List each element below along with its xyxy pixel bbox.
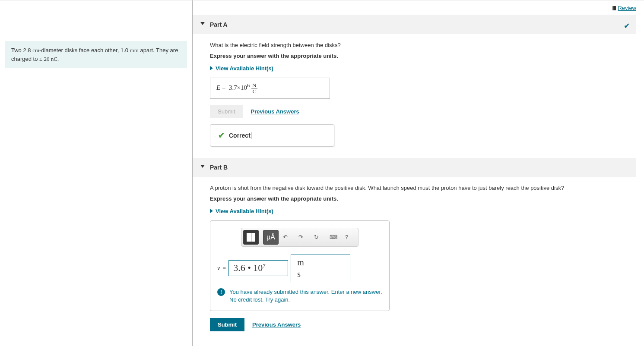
part-a-question: What is the electric field strength betw… [210, 42, 630, 48]
check-icon: ✔ [218, 131, 225, 140]
templates-icon [247, 233, 255, 242]
unit-numerator: m [295, 258, 306, 268]
unit-input[interactable]: m s [291, 255, 350, 282]
caret-right-icon [210, 66, 213, 70]
answer-input-widget: μÅ ↶ ↷ ↻ ⌨ ? v = 3.6 • 107 [210, 220, 390, 311]
warning-line-2: No credit lost. Try again. [229, 296, 382, 304]
answer-input-row: v = 3.6 • 107 m s [217, 255, 382, 282]
part-a-body: What is the electric field strength betw… [193, 34, 636, 154]
equals: = [222, 265, 226, 272]
caret-down-icon [200, 22, 205, 25]
part-a-answer-display: E = 3.7×106 NC [210, 78, 330, 99]
answer-exponent: 6 [247, 82, 250, 88]
value-base: 3.6 • 10 [233, 263, 263, 274]
unit-numerator: N [251, 82, 257, 88]
warning-line-1: You have already submitted this answer. … [229, 288, 382, 296]
part-b-header[interactable]: Part B [193, 158, 636, 177]
undo-button[interactable]: ↶ [283, 234, 294, 240]
review-label: Review [618, 5, 636, 11]
answer-variable: E [216, 84, 220, 91]
problem-statement: Two 2.8 cm-diameter disks face each othe… [5, 41, 187, 68]
charge-unit: nC [51, 56, 57, 62]
previous-answers-link[interactable]: Previous Answers [251, 108, 299, 115]
review-link[interactable]: Review [610, 5, 636, 11]
keyboard-button[interactable]: ⌨ [330, 234, 341, 240]
unit-denominator: C [251, 88, 257, 94]
problem-text: Two 2.8 [11, 47, 32, 53]
submit-button[interactable]: Submit [210, 318, 244, 331]
units-label: μÅ [266, 233, 275, 241]
part-a-header[interactable]: Part A ✔ [193, 15, 636, 34]
review-bar: Review [193, 0, 636, 12]
hints-label: View Available Hint(s) [216, 208, 273, 214]
answer-unit-fraction: NC [251, 82, 257, 94]
previous-answers-link[interactable]: Previous Answers [252, 321, 301, 328]
hints-toggle[interactable]: View Available Hint(s) [210, 65, 273, 72]
period: . [57, 56, 59, 62]
caret-right-icon [210, 209, 213, 213]
part-a-title: Part A [210, 21, 228, 28]
submit-button: Submit [210, 105, 243, 118]
warning-text: You have already submitted this answer. … [229, 288, 382, 304]
unit-denominator: s [295, 268, 306, 279]
part-b-question: A proton is shot from the negative disk … [210, 185, 630, 191]
feedback-warning: ! You have already submitted this answer… [217, 288, 382, 304]
check-icon: ✔ [624, 21, 630, 31]
charge-value: 20 [42, 56, 51, 62]
unit-fraction: m s [295, 258, 306, 279]
hints-label: View Available Hint(s) [216, 65, 273, 72]
redo-button[interactable]: ↷ [298, 234, 310, 240]
hints-toggle[interactable]: View Available Hint(s) [210, 208, 273, 214]
templates-button[interactable] [243, 230, 259, 245]
value-exponent: 7 [263, 262, 266, 269]
problem-pane: Two 2.8 cm-diameter disks face each othe… [0, 0, 193, 346]
equation-toolbar: μÅ ↶ ↷ ↻ ⌨ ? [241, 228, 358, 247]
feedback-text: Correct [229, 132, 251, 139]
unit-mm: mm [130, 47, 139, 53]
help-button[interactable]: ? [345, 234, 356, 240]
feedback-correct: ✔ Correct [210, 124, 334, 147]
part-a-instruction: Express your answer with the appropriate… [210, 53, 630, 59]
value-input[interactable]: 3.6 • 107 [228, 260, 288, 276]
part-b-instruction: Express your answer with the appropriate… [210, 195, 630, 202]
units-button[interactable]: μÅ [263, 230, 279, 245]
part-b-body: A proton is shot from the negative disk … [193, 177, 636, 345]
part-b-title: Part B [210, 164, 228, 171]
answer-value: 3.7×10 [229, 84, 247, 91]
answer-variable: v [217, 265, 220, 272]
caret-down-icon [200, 165, 205, 168]
reset-button[interactable]: ↻ [314, 234, 325, 240]
answer-pane: Review Part A ✔ What is the electric fie… [193, 0, 644, 346]
info-icon: ! [217, 288, 225, 296]
equals: = [220, 84, 227, 91]
problem-text: -diameter disks face each other, 1.0 [39, 47, 130, 53]
unit-cm: cm [32, 47, 39, 53]
